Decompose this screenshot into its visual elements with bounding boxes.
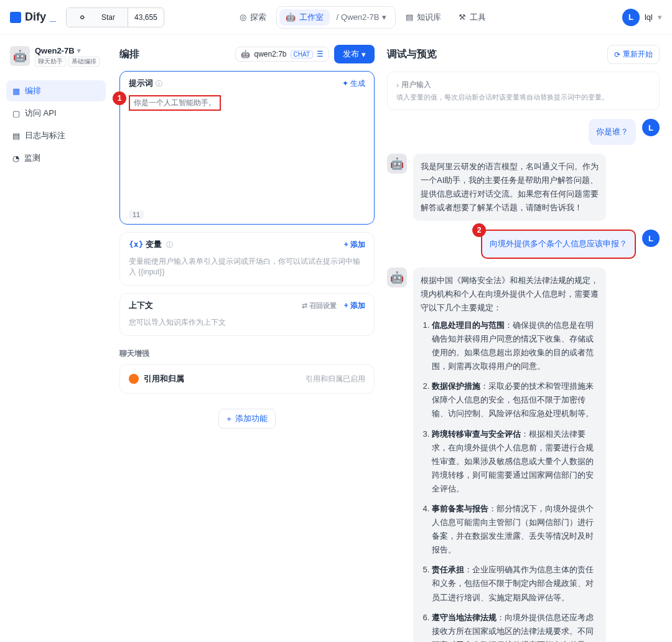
nav-explore[interactable]: ◎探索 <box>232 8 274 27</box>
list-item: 事前备案与报告：部分情况下，向境外提供个人信息可能需向主管部门（如网信部门）进行… <box>432 502 599 557</box>
user-message: 向境外提供多个条个人信息应该申报？ <box>481 230 636 258</box>
model-type-badge: CHAT <box>291 50 313 58</box>
model-selector[interactable]: 🤖 qwen2:7b CHAT ☰ <box>235 47 329 62</box>
recall-settings-button[interactable]: ⇄ 召回设置 <box>302 302 337 309</box>
github-star-label: Star <box>95 11 121 24</box>
nav-studio-crumb[interactable]: / Qwen2-7B ▾ <box>330 10 392 24</box>
citation-icon <box>129 374 139 384</box>
github-star-count: 43,655 <box>128 11 164 24</box>
app-tag-assistant: 聊天助手 <box>35 57 66 67</box>
chevron-down-icon: ▾ <box>362 50 366 59</box>
restart-button[interactable]: ⟳重新开始 <box>607 45 660 64</box>
chevron-right-icon: › <box>396 81 399 90</box>
user-avatar: L <box>642 119 660 136</box>
logo[interactable]: Dify_ <box>10 11 56 24</box>
variable-icon: {x} <box>129 240 143 249</box>
nav-studio-group: 🤖工作室 / Qwen2-7B ▾ <box>276 6 395 29</box>
user-avatar: L <box>642 230 660 247</box>
prompt-text: 你是一个人工智能助手。 <box>129 95 221 111</box>
list-item: 责任承担：企业应明确其作为信息主体的责任和义务，包括但不限于制定内部合规政策、对… <box>432 563 599 604</box>
assistant-message: 我是阿里云研发的语言模型，名叫通义千问。作为一个AI助手，我的主要任务是帮助用户… <box>413 154 606 221</box>
assistant-intro: 根据中国《网络安全法》和相关法律法规的规定，境内机构和个人在向境外提供个人信息时… <box>421 276 599 312</box>
char-count: 11 <box>129 210 144 219</box>
generate-prompt-button[interactable]: ✦ 生成 <box>342 78 365 89</box>
list-item: 跨境转移审查与安全评估：根据相关法律要求，在向境外提供个人信息前，需要进行合规性… <box>432 427 599 496</box>
prompt-header: 提示词 <box>129 78 153 88</box>
chat-enhance-label: 聊天增强 <box>119 348 375 359</box>
app-header[interactable]: 🤖 Qwen2-7B▾ 聊天助手 基础编排 <box>6 42 106 70</box>
robot-icon: 🤖 <box>286 12 296 22</box>
sliders-icon[interactable]: ☰ <box>317 50 324 58</box>
tools-icon: ⚒ <box>459 12 466 22</box>
context-header: 上下文 <box>129 300 153 310</box>
chevron-down-icon: ▾ <box>658 12 662 22</box>
prompt-panel: 1 提示词ⓘ ✦ 生成 你是一个人工智能助手。 11 <box>119 71 375 225</box>
plus-icon: + <box>226 414 231 424</box>
context-panel: 上下文 ⇄ 召回设置 + 添加 您可以导入知识库作为上下文 <box>119 293 375 336</box>
list-item: 数据保护措施：采取必要的技术和管理措施来保障个人信息的安全，包括但不限于加密传输… <box>432 379 599 421</box>
chevron-down-icon: ▾ <box>382 12 386 22</box>
user-input-panel[interactable]: ›用户输入 填入变量的值，每次启动新会话时该变量将自动替换提示词中的变量。 <box>387 72 660 110</box>
help-icon[interactable]: ⓘ <box>156 80 162 87</box>
sidebar-item-orchestrate[interactable]: ▦编排 <box>6 80 106 101</box>
layout-icon: ▦ <box>12 86 20 96</box>
github-star-badge[interactable]: ⭘Star 43,655 <box>66 7 164 27</box>
bot-avatar: 🤖 <box>387 268 407 287</box>
assistant-message: 根据中国《网络安全法》和相关法律法规的规定，境内机构和个人在向境外提供个人信息时… <box>413 268 606 642</box>
sidebar-item-logs[interactable]: ▤日志与标注 <box>6 125 106 146</box>
page-title: 编排 <box>119 48 139 61</box>
variables-header: 变量 <box>146 240 162 249</box>
nav-studio[interactable]: 🤖工作室 <box>279 9 330 26</box>
list-icon: ▤ <box>12 131 20 141</box>
add-feature-button[interactable]: +添加功能 <box>218 409 276 429</box>
bot-avatar: 🤖 <box>387 154 407 174</box>
app-icon: 🤖 <box>10 46 30 66</box>
gauge-icon: ◔ <box>12 154 19 163</box>
nav-tools[interactable]: ⚒工具 <box>451 8 493 27</box>
user-input-heading: 用户输入 <box>401 80 431 90</box>
model-name: qwen2:7b <box>254 50 286 58</box>
list-item: 信息处理目的与范围：确保提供的信息是在明确告知并获得用户同意的情况下收集、存储或… <box>432 319 599 373</box>
sidebar-item-api[interactable]: ▢访问 API <box>6 103 106 124</box>
variables-desc: 变量能使用户输入表单引入提示词或开场白，你可以试试在提示词中输入 {{input… <box>120 256 374 285</box>
user-input-desc: 填入变量的值，每次启动新会话时该变量将自动替换提示词中的变量。 <box>396 93 650 102</box>
user-name: lql <box>645 12 653 22</box>
list-item: 遵守当地法律法规：向境外提供信息还应考虑接收方所在国家或地区的法律法规要求。不同… <box>432 611 599 642</box>
brand-text: Dify <box>25 11 46 24</box>
compass-icon: ◎ <box>240 12 246 22</box>
annotation-1: 1 <box>113 91 126 105</box>
user-avatar: L <box>622 9 640 26</box>
terminal-icon: ▢ <box>12 109 20 118</box>
add-context-button[interactable]: + 添加 <box>344 301 365 310</box>
book-icon: ▤ <box>406 12 413 22</box>
app-name: Qwen2-7B <box>35 46 75 55</box>
citation-row: 引用和归属 引用和归属已启用 <box>119 364 375 394</box>
add-variable-button[interactable]: + 添加 <box>344 240 365 250</box>
variables-panel: {x} 变量 ⓘ + 添加 变量能使用户输入表单引入提示词或开场白，你可以试试在… <box>119 232 375 286</box>
user-message: 你是谁？ <box>589 119 636 145</box>
refresh-icon: ⟳ <box>614 50 620 59</box>
citation-label: 引用和归属 <box>144 373 184 384</box>
help-icon[interactable]: ⓘ <box>164 241 173 248</box>
sidebar-item-monitor[interactable]: ◔监测 <box>6 147 106 169</box>
citation-status: 引用和归属已启用 <box>306 374 365 384</box>
chat-log: 你是谁？ L 🤖 我是阿里云研发的语言模型，名叫通义千问。作为一个AI助手，我的… <box>387 119 660 642</box>
preview-title: 调试与预览 <box>387 48 437 61</box>
prompt-editor[interactable]: 你是一个人工智能助手。 <box>129 95 365 201</box>
nav-knowledge[interactable]: ▤知识库 <box>398 8 449 27</box>
logo-mark-icon <box>10 12 21 23</box>
github-icon: ⭘ <box>73 11 93 24</box>
chevron-down-icon: ▾ <box>77 47 81 55</box>
publish-button[interactable]: 发布▾ <box>334 45 375 63</box>
context-desc: 您可以导入知识库作为上下文 <box>120 317 374 335</box>
model-icon: 🤖 <box>241 50 250 58</box>
app-tag-basic: 基础编排 <box>68 57 100 67</box>
user-menu[interactable]: L lql ▾ <box>622 9 662 26</box>
